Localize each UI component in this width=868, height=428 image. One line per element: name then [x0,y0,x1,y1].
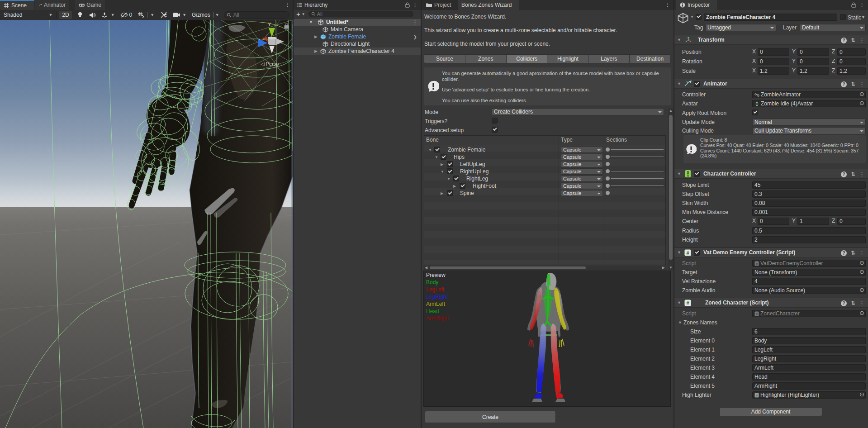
svg-text:#: # [756,312,758,316]
svg-text:#: # [756,262,758,266]
svg-text:◁ Persp: ◁ Persp [261,61,279,67]
svg-text:y: y [268,21,271,26]
svg-text:#: # [686,250,689,255]
svg-text:#: # [756,393,758,397]
svg-text:#: # [686,300,689,305]
